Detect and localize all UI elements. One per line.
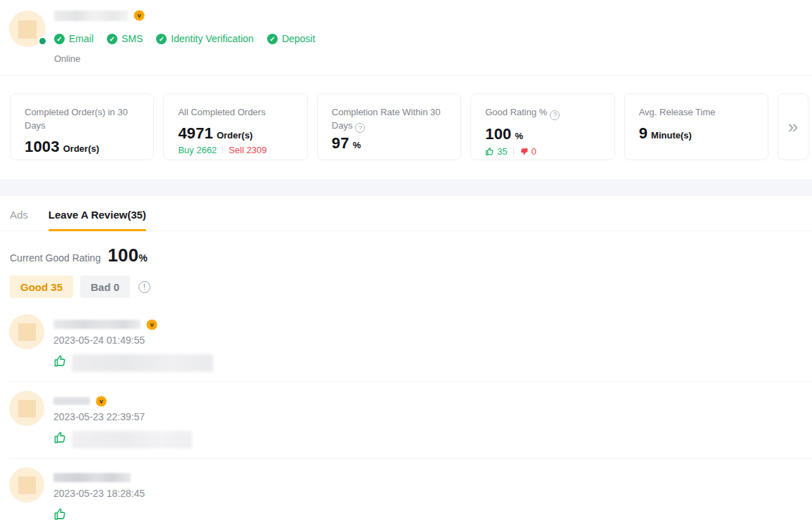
thumb-up-icon: [485, 147, 494, 156]
current-good-rating: Current Good Rating 100%: [10, 245, 802, 266]
chevron-double-right-icon: »: [788, 116, 798, 138]
online-status-dot: [38, 37, 47, 46]
card-value: 1003Order(s): [25, 138, 141, 156]
sell-count: Sell 2309: [228, 145, 266, 155]
filter-good-button[interactable]: Good 35: [10, 276, 73, 298]
review-body: V 2023-05-24 01:49:55: [53, 314, 213, 372]
card-value: 9Minute(s): [639, 124, 755, 143]
card-label: All Completed Orders: [178, 106, 294, 119]
divider: [222, 145, 223, 154]
avatar: [9, 11, 46, 47]
online-status-text: Online: [54, 53, 315, 64]
review-content: [53, 431, 192, 448]
card-completion-rate: Completion Rate Within 30 Days? 97%: [317, 93, 461, 160]
review-item: 2023-05-23 18:28:45: [9, 467, 812, 525]
expand-stats-button[interactable]: »: [778, 93, 808, 160]
review-content: [53, 354, 213, 372]
current-good-rating-label: Current Good Rating: [10, 252, 101, 264]
reviews-list: V 2023-05-24 01:49:55 V: [9, 314, 812, 525]
question-icon[interactable]: ?: [355, 123, 365, 133]
thumbs-breakdown: 35 0: [485, 146, 601, 157]
review-item: V 2023-05-24 01:49:55: [9, 314, 812, 382]
thumbs-down-count: 0: [520, 146, 536, 157]
card-label: Completed Order(s) in 30 Days: [25, 106, 141, 133]
verification-email: ✓ Email: [54, 33, 94, 44]
check-icon: ✓: [107, 34, 117, 44]
reviewer-name-blurred: [53, 473, 131, 482]
svg-text:V: V: [137, 13, 141, 19]
reviewer-name-blurred: [53, 397, 90, 405]
review-item: V 2023-05-23 22:39:57: [9, 391, 812, 459]
verification-label: SMS: [122, 33, 143, 44]
merchant-name-row: V: [54, 8, 315, 23]
check-icon: ✓: [54, 34, 65, 44]
review-timestamp: 2023-05-23 18:28:45: [53, 488, 145, 499]
review-text-blurred: [72, 507, 109, 525]
review-body: V 2023-05-23 22:39:57: [53, 391, 192, 448]
divider: [513, 147, 514, 155]
svg-text:V: V: [99, 398, 103, 405]
reviewer-name-row: V: [53, 318, 213, 330]
verification-badges: ✓ Email ✓ SMS ✓ Identity Verification ✓ …: [54, 33, 315, 44]
info-icon[interactable]: !: [138, 281, 150, 293]
review-content: [53, 507, 145, 525]
review-text-blurred: [72, 431, 192, 448]
merchant-name-blurred: [54, 11, 128, 21]
card-avg-release-time: Avg. Release Time 9Minute(s): [624, 93, 768, 160]
buy-count: Buy 2662: [178, 145, 217, 155]
review-filters: Good 35 Bad 0 !: [10, 276, 802, 298]
card-value: 100%: [485, 125, 601, 143]
card-value: 4971Order(s): [178, 124, 294, 143]
thumbs-up-count: 35: [485, 146, 507, 157]
review-timestamp: 2023-05-24 01:49:55: [53, 335, 213, 346]
section-separator-band: [0, 179, 812, 196]
avatar-blur-block: [18, 400, 36, 417]
card-good-rating: Good Rating %? 100% 35 0: [470, 93, 614, 160]
thumb-up-icon: [53, 431, 67, 444]
thumb-up-icon: [53, 354, 67, 368]
merchant-header: V ✓ Email ✓ SMS ✓ Identity Verification …: [0, 0, 812, 76]
reviewer-name-row: V: [53, 395, 192, 407]
card-value: 97%: [332, 134, 448, 153]
card-all-completed-orders: All Completed Orders 4971Order(s) Buy 26…: [163, 93, 307, 160]
reviewer-avatar: [9, 467, 44, 503]
card-completed-orders-30d: Completed Order(s) in 30 Days 1003Order(…: [10, 93, 154, 160]
current-good-rating-value: 100%: [108, 245, 148, 266]
verification-sms: ✓ SMS: [107, 33, 143, 44]
check-icon: ✓: [156, 34, 167, 44]
review-text-blurred: [72, 354, 213, 372]
verification-identity: ✓ Identity Verification: [156, 33, 254, 44]
review-timestamp: 2023-05-23 22:39:57: [53, 411, 192, 422]
reviewer-name-blurred: [53, 320, 141, 329]
tabs: Ads Leave A Review(35): [0, 196, 812, 231]
reviewer-avatar: [9, 391, 44, 426]
card-label: Avg. Release Time: [639, 106, 755, 119]
verification-label: Deposit: [282, 33, 315, 44]
verification-label: Email: [69, 33, 94, 44]
stats-cards: Completed Order(s) in 30 Days 1003Order(…: [10, 93, 808, 160]
reviewer-avatar: [9, 314, 44, 349]
filter-bad-button[interactable]: Bad 0: [80, 276, 130, 298]
tab-ads[interactable]: Ads: [10, 196, 28, 231]
thumb-down-icon: [520, 147, 529, 156]
verification-label: Identity Verification: [171, 33, 254, 44]
tab-leave-a-review[interactable]: Leave A Review(35): [49, 196, 146, 231]
verified-badge-icon: V: [134, 10, 145, 21]
avatar-blur-block: [18, 323, 36, 341]
avatar-blur-block: [18, 477, 36, 494]
verified-badge-icon: V: [96, 396, 107, 407]
avatar-blur-block: [18, 20, 37, 39]
question-icon[interactable]: ?: [550, 110, 560, 120]
check-icon: ✓: [267, 34, 278, 44]
card-label: Completion Rate Within 30 Days?: [332, 106, 448, 133]
thumb-up-icon: [53, 507, 67, 521]
header-info: V ✓ Email ✓ SMS ✓ Identity Verification …: [54, 11, 315, 75]
verified-badge-icon: V: [146, 319, 157, 330]
review-body: 2023-05-23 18:28:45: [53, 467, 145, 525]
verification-deposit: ✓ Deposit: [267, 33, 315, 44]
buy-sell-breakdown: Buy 2662 Sell 2309: [178, 145, 294, 155]
merchant-profile-page: V ✓ Email ✓ SMS ✓ Identity Verification …: [0, 0, 812, 525]
card-label: Good Rating %?: [485, 106, 601, 120]
reviewer-name-row: [53, 472, 145, 484]
svg-text:V: V: [150, 322, 154, 328]
